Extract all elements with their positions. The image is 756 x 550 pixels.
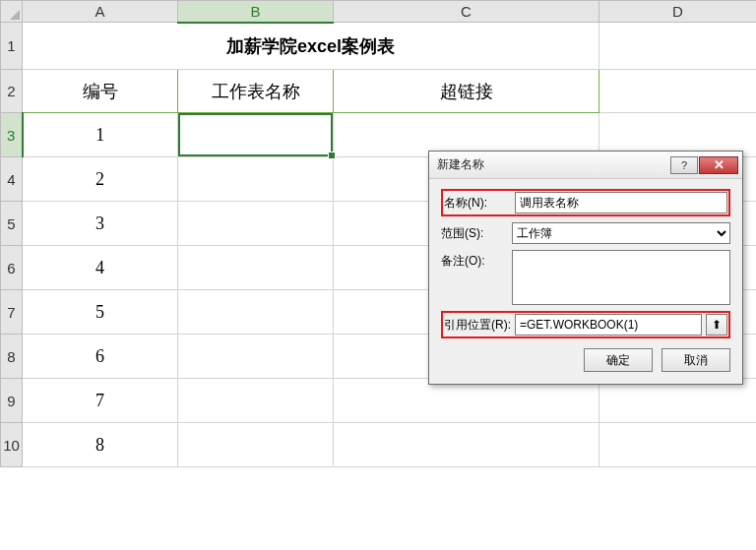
cell[interactable] <box>178 157 334 202</box>
col-header-C[interactable]: C <box>334 1 599 23</box>
cell-a5[interactable]: 3 <box>23 202 178 246</box>
cell[interactable] <box>599 423 757 467</box>
scope-select[interactable]: 工作簿 <box>512 222 730 244</box>
new-name-dialog: 新建名称 ? ✕ 名称(N): 范围(S): 工作簿 备注(O): 引用位置(R… <box>428 151 743 385</box>
cell[interactable] <box>334 423 599 467</box>
cell[interactable] <box>599 379 757 423</box>
row-header-3[interactable]: 3 <box>1 113 23 157</box>
name-row-highlight: 名称(N): <box>441 189 730 216</box>
row-header-2[interactable]: 2 <box>1 70 23 113</box>
cell[interactable] <box>334 379 599 423</box>
dialog-titlebar[interactable]: 新建名称 ? ✕ <box>429 152 742 179</box>
cell-a9[interactable]: 7 <box>23 379 178 423</box>
title-cell[interactable]: 加薪学院excel案例表 <box>23 23 599 70</box>
comment-label: 备注(O): <box>441 250 512 270</box>
col-header-D[interactable]: D <box>599 1 757 23</box>
cell-a8[interactable]: 6 <box>23 335 178 379</box>
help-button[interactable]: ? <box>670 156 698 174</box>
row-header-6[interactable]: 6 <box>1 246 23 290</box>
cancel-button[interactable]: 取消 <box>662 348 730 372</box>
select-all-corner[interactable] <box>1 1 23 23</box>
col-header-A[interactable]: A <box>23 1 178 23</box>
table-header-hyperlink[interactable]: 超链接 <box>334 70 599 113</box>
close-button[interactable]: ✕ <box>699 156 738 174</box>
dialog-title: 新建名称 <box>437 156 669 173</box>
cell-a10[interactable]: 8 <box>23 423 178 467</box>
cell-a7[interactable]: 5 <box>23 290 178 335</box>
row-header-4[interactable]: 4 <box>1 157 23 202</box>
refers-row-highlight: 引用位置(R): ⬆ <box>441 311 730 338</box>
col-header-B[interactable]: B <box>178 1 334 23</box>
name-label: 名称(N): <box>444 192 515 212</box>
row-header-10[interactable]: 10 <box>1 423 23 467</box>
scope-label: 范围(S): <box>441 222 512 242</box>
cell-a4[interactable]: 2 <box>23 157 178 202</box>
cell[interactable] <box>178 246 334 290</box>
row-header-9[interactable]: 9 <box>1 379 23 423</box>
name-input[interactable] <box>515 192 727 214</box>
refers-label: 引用位置(R): <box>444 314 515 334</box>
cell[interactable] <box>178 423 334 467</box>
cell[interactable] <box>178 335 334 379</box>
collapse-dialog-icon[interactable]: ⬆ <box>706 314 727 336</box>
cell[interactable] <box>178 202 334 246</box>
row-header-5[interactable]: 5 <box>1 202 23 246</box>
refers-input[interactable] <box>515 314 702 336</box>
comment-textarea[interactable] <box>512 250 730 305</box>
cell[interactable] <box>178 290 334 335</box>
table-header-number[interactable]: 编号 <box>23 70 178 113</box>
cell[interactable] <box>178 379 334 423</box>
table-header-sheetname[interactable]: 工作表名称 <box>178 70 334 113</box>
row-header-8[interactable]: 8 <box>1 335 23 379</box>
cell-a6[interactable]: 4 <box>23 246 178 290</box>
row-header-7[interactable]: 7 <box>1 290 23 335</box>
cell-a3[interactable]: 1 <box>23 113 178 157</box>
ok-button[interactable]: 确定 <box>584 348 653 372</box>
cell[interactable] <box>599 70 757 113</box>
active-cell-b3[interactable] <box>178 113 334 157</box>
row-header-1[interactable]: 1 <box>1 23 23 70</box>
cell[interactable] <box>599 23 757 70</box>
